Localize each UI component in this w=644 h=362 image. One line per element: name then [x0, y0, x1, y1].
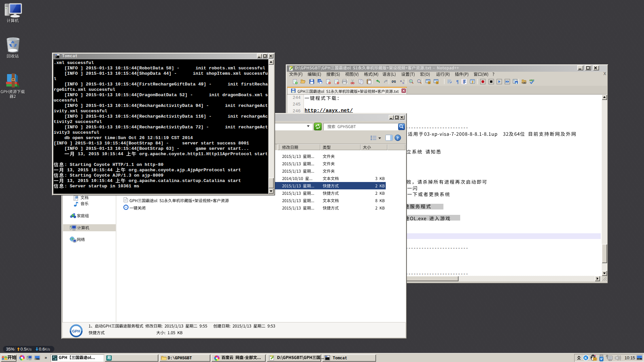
- svg-text:¶: ¶: [456, 79, 459, 84]
- svg-text:b: b: [402, 81, 404, 84]
- svg-text:?: ?: [396, 135, 399, 140]
- svg-text:a: a: [400, 79, 402, 82]
- svg-text:K: K: [585, 356, 587, 360]
- svg-text:ABC: ABC: [529, 79, 534, 81]
- svg-text:GPH: GPH: [72, 329, 80, 333]
